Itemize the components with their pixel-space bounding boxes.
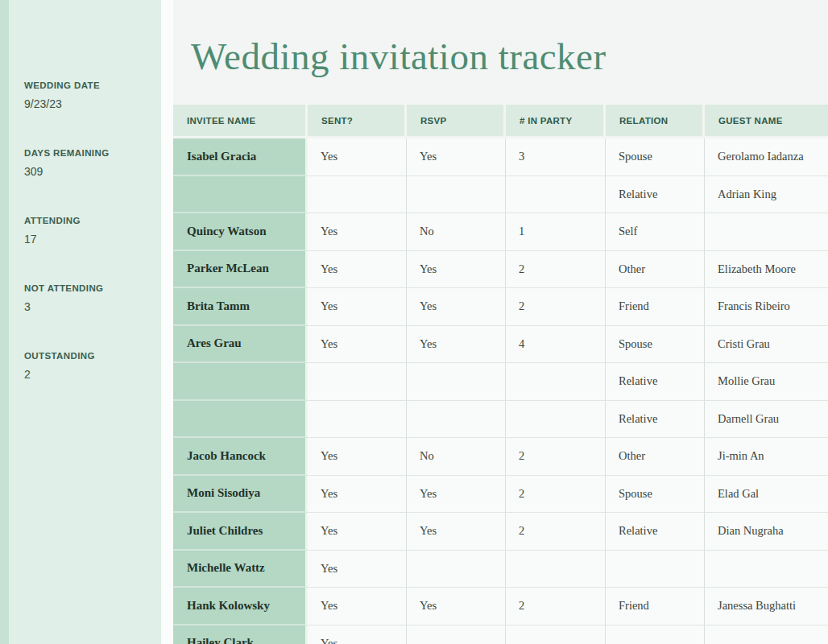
- cell-in-party[interactable]: [506, 551, 606, 588]
- cell-guest-name[interactable]: Ji-min An: [705, 438, 828, 476]
- cell-relation[interactable]: [606, 551, 705, 588]
- cell-rsvp[interactable]: Yes: [407, 138, 506, 176]
- cell-invitee-name[interactable]: Jacob Hancock: [173, 438, 308, 476]
- cell-sent[interactable]: Yes: [308, 213, 407, 251]
- column-header-in-party[interactable]: # IN PARTY: [506, 105, 606, 138]
- cell-sent[interactable]: Yes: [308, 288, 407, 326]
- cell-guest-name[interactable]: Gerolamo Iadanza: [705, 138, 828, 176]
- cell-in-party[interactable]: 1: [506, 213, 606, 251]
- column-header-invitee-name[interactable]: INVITEE NAME: [173, 105, 308, 138]
- cell-invitee-name[interactable]: Isabel Gracia: [173, 138, 308, 176]
- page-title: Wedding invitation tracker: [191, 35, 607, 78]
- cell-relation[interactable]: Spouse: [606, 326, 705, 364]
- cell-invitee-name[interactable]: Hank Kolowsky: [173, 588, 308, 625]
- cell-rsvp[interactable]: [407, 401, 506, 439]
- cell-in-party[interactable]: 4: [506, 326, 606, 364]
- cell-relation[interactable]: [606, 625, 705, 644]
- cell-rsvp[interactable]: [407, 363, 506, 401]
- cell-sent[interactable]: Yes: [308, 588, 407, 625]
- cell-sent[interactable]: Yes: [308, 438, 407, 476]
- cell-in-party[interactable]: 2: [506, 251, 606, 289]
- cell-in-party[interactable]: [506, 176, 606, 214]
- cell-in-party[interactable]: 2: [506, 588, 606, 625]
- cell-in-party[interactable]: [506, 625, 606, 644]
- cell-guest-name[interactable]: [705, 213, 828, 251]
- cell-sent[interactable]: Yes: [308, 551, 407, 588]
- cell-guest-name[interactable]: Francis Ribeiro: [705, 288, 828, 326]
- cell-guest-name[interactable]: Adrian King: [705, 176, 828, 214]
- cell-invitee-name[interactable]: [173, 176, 308, 214]
- cell-invitee-name[interactable]: [173, 363, 308, 401]
- cell-rsvp[interactable]: Yes: [407, 251, 506, 289]
- cell-in-party[interactable]: 2: [506, 288, 606, 326]
- stat-value: 17: [24, 233, 153, 246]
- cell-rsvp[interactable]: [407, 625, 506, 644]
- cell-guest-name[interactable]: Cristi Grau: [705, 326, 828, 364]
- table-row: Hailey Clark Yes: [173, 625, 828, 644]
- sidebar-stat: WEDDING DATE 9/23/23: [24, 80, 153, 110]
- cell-rsvp[interactable]: [407, 551, 506, 588]
- cell-relation[interactable]: Friend: [606, 588, 705, 625]
- column-header-sent[interactable]: SENT?: [308, 105, 407, 138]
- cell-invitee-name[interactable]: Parker McLean: [173, 251, 308, 289]
- cell-guest-name[interactable]: Mollie Grau: [705, 363, 828, 401]
- cell-invitee-name[interactable]: [173, 401, 308, 439]
- cell-sent[interactable]: [308, 176, 407, 214]
- cell-rsvp[interactable]: No: [407, 213, 506, 251]
- cell-rsvp[interactable]: Yes: [407, 326, 506, 364]
- cell-guest-name[interactable]: Elad Gal: [705, 476, 828, 514]
- cell-invitee-name[interactable]: Brita Tamm: [173, 288, 308, 326]
- cell-sent[interactable]: Yes: [308, 138, 407, 176]
- table-body: Isabel Gracia Yes Yes 3 Spouse Gerolamo …: [173, 138, 828, 644]
- cell-invitee-name[interactable]: Michelle Wattz: [173, 551, 308, 588]
- cell-sent[interactable]: Yes: [308, 326, 407, 364]
- cell-invitee-name[interactable]: Quincy Watson: [173, 213, 308, 251]
- cell-relation[interactable]: Other: [606, 438, 705, 476]
- stat-value: 2: [24, 368, 153, 381]
- cell-in-party[interactable]: 2: [506, 438, 606, 476]
- column-header-rsvp[interactable]: RSVP: [407, 105, 506, 138]
- cell-rsvp[interactable]: [407, 176, 506, 214]
- cell-relation[interactable]: Spouse: [606, 138, 705, 176]
- cell-invitee-name[interactable]: Moni Sisodiya: [173, 476, 308, 514]
- column-header-guest-name[interactable]: GUEST NAME: [705, 105, 828, 138]
- cell-sent[interactable]: [308, 363, 407, 401]
- cell-rsvp[interactable]: Yes: [407, 588, 506, 625]
- cell-relation[interactable]: Spouse: [606, 476, 705, 514]
- cell-rsvp[interactable]: No: [407, 438, 506, 476]
- cell-invitee-name[interactable]: Juliet Childres: [173, 513, 308, 551]
- cell-sent[interactable]: [308, 401, 407, 439]
- cell-relation[interactable]: Relative: [606, 401, 705, 439]
- cell-relation[interactable]: Other: [606, 251, 705, 289]
- cell-guest-name[interactable]: Janessa Bughatti: [705, 588, 828, 625]
- cell-in-party[interactable]: [506, 401, 606, 439]
- cell-in-party[interactable]: 3: [506, 138, 606, 176]
- cell-guest-name[interactable]: Elizabeth Moore: [705, 251, 828, 289]
- cell-guest-name[interactable]: [705, 625, 828, 644]
- cell-in-party[interactable]: [506, 363, 606, 401]
- cell-relation[interactable]: Relative: [606, 363, 705, 401]
- cell-invitee-name[interactable]: Ares Grau: [173, 326, 308, 364]
- cell-rsvp[interactable]: Yes: [407, 513, 506, 551]
- sidebar-stat: ATTENDING 17: [24, 216, 153, 246]
- cell-rsvp[interactable]: Yes: [407, 288, 506, 326]
- cell-in-party[interactable]: 2: [506, 476, 606, 514]
- cell-relation[interactable]: Relative: [606, 176, 705, 214]
- cell-guest-name[interactable]: Dian Nugraha: [705, 513, 828, 551]
- column-header-relation[interactable]: RELATION: [606, 105, 705, 138]
- cell-sent[interactable]: Yes: [308, 625, 407, 644]
- cell-sent[interactable]: Yes: [308, 251, 407, 289]
- cell-sent[interactable]: Yes: [308, 476, 407, 514]
- cell-relation[interactable]: Relative: [606, 513, 705, 551]
- sidebar: WEDDING DATE 9/23/23 DAYS REMAINING 309 …: [9, 0, 161, 644]
- cell-guest-name[interactable]: [705, 551, 828, 588]
- cell-invitee-name[interactable]: Hailey Clark: [173, 625, 308, 644]
- stat-label: DAYS REMAINING: [24, 148, 153, 158]
- cell-relation[interactable]: Self: [606, 213, 705, 251]
- stat-value: 3: [24, 300, 153, 313]
- cell-in-party[interactable]: 2: [506, 513, 606, 551]
- cell-relation[interactable]: Friend: [606, 288, 705, 326]
- cell-rsvp[interactable]: Yes: [407, 476, 506, 514]
- cell-guest-name[interactable]: Darnell Grau: [705, 401, 828, 439]
- cell-sent[interactable]: Yes: [308, 513, 407, 551]
